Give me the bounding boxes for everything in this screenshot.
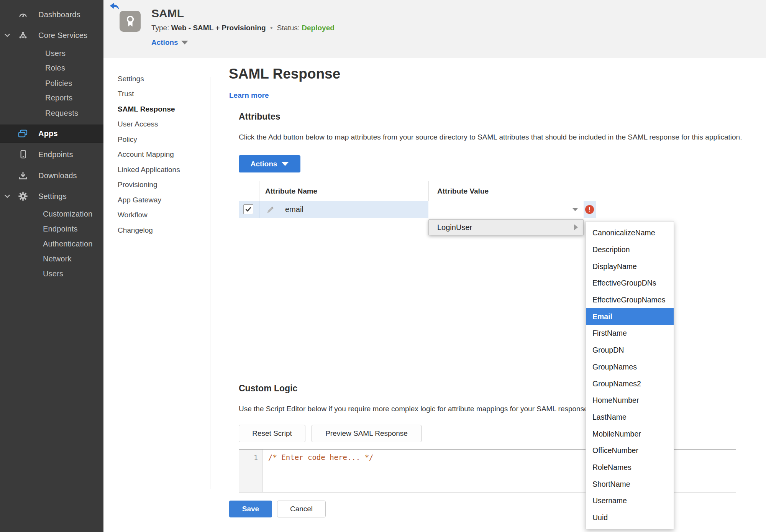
chevron-down-icon[interactable] (5, 194, 11, 199)
option-label: DisplayName (592, 262, 637, 271)
attribute-value-dropdown[interactable] (428, 201, 584, 218)
header-actions-menu[interactable]: Actions (151, 38, 188, 47)
sidebar-item-downloads[interactable]: Downloads (0, 167, 103, 184)
error-icon: ! (585, 205, 594, 214)
tab-label: Policy (118, 135, 137, 144)
tab-settings[interactable]: Settings (118, 71, 208, 87)
option-label: Username (592, 496, 627, 505)
menu-option-displayname[interactable]: DisplayName (586, 258, 674, 275)
sidebar-item-requests[interactable]: Requests (0, 105, 103, 122)
menu-option-uuid[interactable]: Uuid (586, 509, 674, 526)
sidebar-item-core-services[interactable]: Core Services (0, 27, 103, 44)
menu-option-mobilenumber[interactable]: MobileNumber (586, 425, 674, 442)
sidebar-item-reports[interactable]: Reports (0, 89, 103, 106)
edit-pencil-icon[interactable] (266, 205, 275, 214)
sidebar-item-settings-endpoints[interactable]: Endpoints (0, 220, 103, 237)
sidebar-item-network[interactable]: Network (0, 250, 103, 267)
section-title: SAML Response (229, 66, 340, 82)
menu-option-canonicalizename[interactable]: CanonicalizeName (586, 225, 674, 241)
editor-line-number: 1 (239, 450, 263, 492)
tab-trust[interactable]: Trust (118, 87, 208, 102)
sidebar-item-settings[interactable]: Settings (0, 188, 103, 205)
value-submenu: CanonicalizeName Description DisplayName… (586, 221, 674, 529)
tab-app-gateway[interactable]: App Gateway (118, 192, 208, 208)
attributes-heading: Attributes (239, 112, 280, 122)
row-checkbox[interactable] (243, 204, 253, 214)
menu-option-lastname[interactable]: LastName (586, 409, 674, 426)
sidebar-item-label: Customization (43, 210, 92, 218)
preview-saml-response-button[interactable]: Preview SAML Response (312, 425, 422, 442)
tab-account-mapping[interactable]: Account Mapping (118, 147, 208, 163)
menu-option-homenumber[interactable]: HomeNumber (586, 392, 674, 409)
sidebar-item-label: Users (43, 269, 63, 278)
sidebar-item-label: Endpoints (38, 150, 73, 159)
menu-option-description[interactable]: Description (586, 241, 674, 258)
menu-option-rolenames[interactable]: RoleNames (586, 459, 674, 476)
award-ribbon-icon (120, 11, 141, 32)
tab-provisioning[interactable]: Provisioning (118, 177, 208, 193)
option-label: OfficeNumber (592, 446, 638, 455)
sidebar-item-label: Requests (45, 109, 78, 118)
tab-label: Changelog (118, 226, 153, 235)
sidebar-item-label: Settings (38, 192, 67, 201)
chevron-down-icon[interactable] (5, 33, 11, 38)
option-label: HomeNumber (592, 396, 639, 405)
tab-label: SAML Response (118, 105, 175, 113)
tab-user-access[interactable]: User Access (118, 117, 208, 132)
tab-label: Workflow (118, 211, 148, 219)
submenu-arrow-icon (574, 224, 578, 230)
tab-workflow[interactable]: Workflow (118, 208, 208, 223)
option-label: Email (592, 312, 612, 321)
option-label: Description (592, 245, 630, 254)
sidebar-item-settings-users[interactable]: Users (0, 265, 103, 282)
attributes-actions-button[interactable]: Actions (239, 155, 300, 172)
type-value: Web - SAML + Provisioning (171, 24, 266, 32)
sidebar-item-label: Reports (45, 94, 72, 102)
menu-option-username[interactable]: Username (586, 493, 674, 509)
attributes-table: Attribute Name Attribute Value email ! (239, 181, 596, 369)
menu-option-groupnames[interactable]: GroupNames (586, 359, 674, 376)
sidebar-item-label: Roles (45, 64, 65, 72)
chevron-down-icon (282, 162, 289, 166)
option-label: GroupNames2 (592, 379, 641, 388)
menu-option-groupnames2[interactable]: GroupNames2 (586, 375, 674, 392)
core-services-icon (18, 30, 28, 41)
tab-saml-response[interactable]: SAML Response (118, 102, 208, 117)
tab-linked-applications[interactable]: Linked Applications (118, 162, 208, 177)
reset-script-button[interactable]: Reset Script (239, 425, 305, 442)
menu-option-effectivegroupnames[interactable]: EffectiveGroupNames (586, 292, 674, 309)
sidebar-item-label: Users (45, 49, 66, 58)
gauge-icon (18, 9, 28, 20)
attribute-name-cell: email (239, 201, 428, 218)
menu-option-firstname[interactable]: FirstName (586, 325, 674, 342)
menu-option-email[interactable]: Email (586, 308, 674, 325)
sidebar-item-customization[interactable]: Customization (0, 205, 103, 222)
sidebar-item-roles[interactable]: Roles (0, 59, 103, 76)
tab-policy[interactable]: Policy (118, 132, 208, 147)
sidebar-item-label: Core Services (38, 31, 87, 40)
menu-option-shortname[interactable]: ShortName (586, 476, 674, 493)
save-button[interactable]: Save (229, 501, 272, 517)
sidebar-item-label: Authentication (43, 240, 93, 248)
attributes-description: Click the Add button below to map attrib… (239, 133, 742, 141)
tab-changelog[interactable]: Changelog (118, 223, 208, 238)
menu-option-groupdn[interactable]: GroupDN (586, 342, 674, 359)
back-arrow-icon[interactable] (110, 2, 120, 11)
script-buttons-row: Reset Script Preview SAML Response (239, 425, 422, 442)
menu-option-officenumber[interactable]: OfficeNumber (586, 442, 674, 459)
chevron-down-icon (181, 41, 188, 44)
sidebar-item-endpoints[interactable]: Endpoints (0, 146, 103, 163)
table-row[interactable]: email ! (239, 201, 596, 218)
custom-logic-description: Use the Script Editor below if you requi… (239, 405, 590, 413)
sidebar-item-apps[interactable]: Apps (0, 125, 103, 143)
menu-option-effectivegroupdns[interactable]: EffectiveGroupDNs (586, 275, 674, 292)
learn-more-link[interactable]: Learn more (229, 91, 269, 100)
option-label: MobileNumber (592, 430, 641, 438)
value-menu-loginuser[interactable]: LoginUser (428, 219, 584, 235)
sidebar-item-label: Endpoints (43, 225, 78, 233)
gear-icon (18, 191, 28, 202)
sidebar-item-authentication[interactable]: Authentication (0, 235, 103, 252)
status-badge: Deployed (302, 24, 335, 32)
sidebar-item-dashboards[interactable]: Dashboards (0, 6, 103, 23)
cancel-button[interactable]: Cancel (277, 501, 326, 517)
